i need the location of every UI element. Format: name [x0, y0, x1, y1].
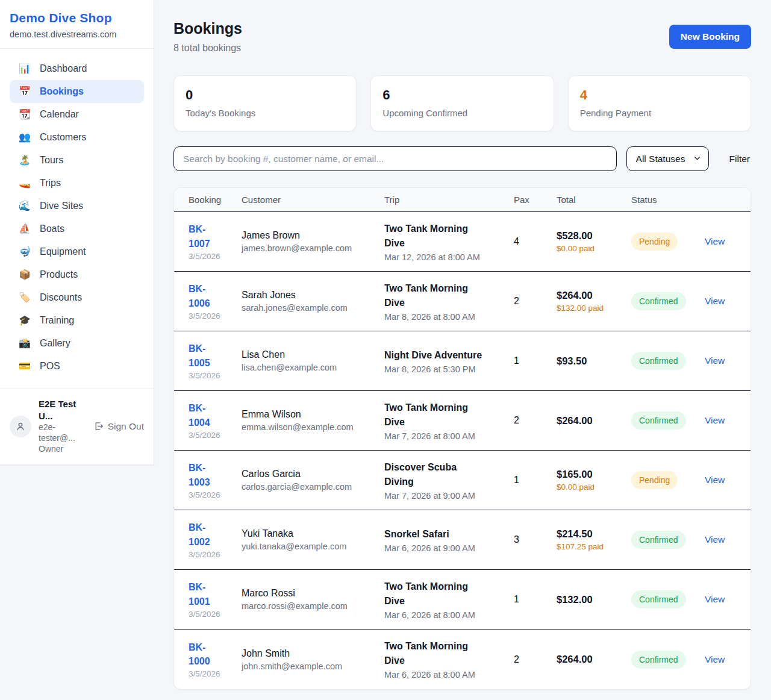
dive-mask-icon: 🤿: [18, 247, 31, 257]
sidebar-item-training[interactable]: 🎓 Training: [10, 309, 144, 332]
stat-value: 0: [186, 87, 345, 103]
customer-email: carlos.garcia@example.com: [242, 482, 375, 492]
view-link[interactable]: View: [705, 355, 725, 366]
booking-date: 3/5/2026: [189, 490, 242, 499]
booking-number-link[interactable]: BK-1004: [189, 401, 223, 429]
trip-datetime: Mar 12, 2026 at 8:00 AM: [384, 252, 504, 262]
bar-chart-icon: 📊: [18, 64, 31, 73]
customer-email: james.brown@example.com: [242, 243, 375, 253]
sidebar-item-trips[interactable]: 🚤 Trips: [10, 172, 144, 195]
total-amount: $264.00: [557, 290, 624, 301]
view-link[interactable]: View: [705, 236, 725, 246]
total-amount: $165.00: [557, 469, 624, 480]
status-select-wrap: All Statuses: [626, 146, 709, 171]
paid-amount: $107.25 paid: [557, 542, 624, 551]
customer-email: yuki.tanaka@example.com: [242, 542, 375, 551]
status-badge: Confirmed: [631, 531, 686, 549]
booking-number-link[interactable]: BK-1001: [189, 580, 223, 608]
view-link[interactable]: View: [705, 534, 725, 545]
total-amount: $264.00: [557, 415, 624, 427]
sidebar-item-label: Tours: [40, 155, 63, 166]
customer-name: Marco Rossi: [242, 588, 375, 599]
avatar: [10, 416, 31, 437]
pax-count: 2: [514, 296, 519, 306]
sidebar-item-dashboard[interactable]: 📊 Dashboard: [10, 57, 144, 80]
view-link[interactable]: View: [705, 594, 725, 604]
pax-count: 3: [514, 534, 519, 545]
bookings-table: BookingCustomerTripPaxTotalStatus BK-100…: [173, 187, 751, 690]
booking-date: 3/5/2026: [189, 252, 242, 261]
sidebar-item-dive-sites[interactable]: 🌊 Dive Sites: [10, 195, 144, 217]
pax-count: 1: [514, 594, 519, 604]
table-row: BK-1007 3/5/2026 James Brown james.brown…: [174, 212, 751, 272]
trip-datetime: Mar 8, 2026 at 8:00 AM: [384, 312, 504, 322]
booking-number-link[interactable]: BK-1002: [189, 520, 223, 548]
status-badge: Pending: [631, 233, 678, 251]
shop-name: Demo Dive Shop: [10, 11, 144, 25]
stat-label: Pending Payment: [580, 108, 739, 118]
sidebar-item-label: Gallery: [40, 338, 70, 349]
page-header: Bookings 8 total bookings New Booking: [173, 20, 751, 54]
sidebar-item-equipment[interactable]: 🤿 Equipment: [10, 240, 144, 263]
paid-amount: $0.00 paid: [557, 483, 624, 492]
new-booking-button[interactable]: New Booking: [669, 25, 751, 49]
sidebar-item-label: Customers: [40, 132, 86, 143]
search-input[interactable]: [173, 146, 617, 171]
sidebar-item-discounts[interactable]: 🏷️ Discounts: [10, 286, 144, 309]
view-link[interactable]: View: [705, 475, 725, 485]
sidebar-item-bookings[interactable]: 📅 Bookings: [10, 80, 144, 103]
island-icon: 🏝️: [18, 155, 31, 165]
paid-amount: $0.00 paid: [557, 244, 624, 253]
status-select[interactable]: All Statuses: [626, 146, 709, 171]
trip-name: Snorkel Safari: [384, 527, 485, 542]
customer-name: Yuki Tanaka: [242, 528, 375, 539]
stats-row: 0 Today's Bookings 6 Upcoming Confirmed …: [173, 75, 751, 131]
customer-email: emma.wilson@example.com: [242, 422, 375, 432]
status-badge: Confirmed: [631, 352, 686, 370]
status-badge: Confirmed: [631, 590, 686, 608]
stat-label: Today's Bookings: [186, 108, 345, 118]
status-badge: Confirmed: [631, 292, 686, 310]
customer-name: Emma Wilson: [242, 409, 375, 420]
sign-out-button[interactable]: Sign Out: [93, 421, 144, 432]
camera-icon: 📸: [18, 339, 31, 348]
sidebar-item-pos[interactable]: 💳 POS: [10, 355, 144, 378]
table-row: BK-1000 3/5/2026 John Smith john.smith@e…: [174, 630, 751, 689]
booking-number-link[interactable]: BK-1000: [189, 640, 223, 668]
customer-email: lisa.chen@example.com: [242, 363, 375, 372]
sidebar-item-calendar[interactable]: 📆 Calendar: [10, 103, 144, 126]
trip-datetime: Mar 6, 2026 at 8:00 AM: [384, 610, 504, 620]
sidebar-item-customers[interactable]: 👥 Customers: [10, 126, 144, 149]
view-link[interactable]: View: [705, 654, 725, 664]
trip-name: Two Tank Morning Dive: [384, 401, 485, 430]
sidebar-item-tours[interactable]: 🏝️ Tours: [10, 149, 144, 172]
pax-count: 1: [514, 475, 519, 485]
pax-count: 2: [514, 415, 519, 425]
booking-number-link[interactable]: BK-1003: [189, 461, 223, 489]
view-link[interactable]: View: [705, 415, 725, 425]
filter-button[interactable]: Filter: [728, 151, 751, 167]
sidebar-item-gallery[interactable]: 📸 Gallery: [10, 332, 144, 355]
calendar-icon: 📅: [18, 87, 31, 96]
sidebar-item-label: Discounts: [40, 292, 82, 303]
table-row: BK-1004 3/5/2026 Emma Wilson emma.wilson…: [174, 391, 751, 451]
total-bookings-count: 8 total bookings: [173, 43, 242, 54]
column-header-customer: Customer: [242, 195, 384, 205]
sidebar-item-boats[interactable]: ⛵ Boats: [10, 217, 144, 240]
view-link[interactable]: View: [705, 296, 725, 306]
trip-name: Two Tank Morning Dive: [384, 281, 485, 310]
page-header-text: Bookings 8 total bookings: [173, 20, 242, 54]
booking-number-link[interactable]: BK-1007: [189, 222, 223, 250]
stat-card: 4 Pending Payment: [568, 75, 751, 131]
column-header-status: Status: [631, 195, 705, 205]
logout-icon: [93, 421, 104, 431]
customer-name: Carlos Garcia: [242, 469, 375, 480]
stat-value: 4: [580, 87, 739, 103]
sidebar-item-products[interactable]: 📦 Products: [10, 263, 144, 286]
filter-row: All Statuses Filter: [173, 146, 751, 171]
total-amount: $93.50: [557, 355, 624, 367]
booking-number-link[interactable]: BK-1005: [189, 342, 223, 369]
user-info: E2E Test U... e2e-tester@... Owner: [39, 398, 86, 455]
page-title: Bookings: [173, 20, 242, 37]
booking-number-link[interactable]: BK-1006: [189, 282, 223, 310]
